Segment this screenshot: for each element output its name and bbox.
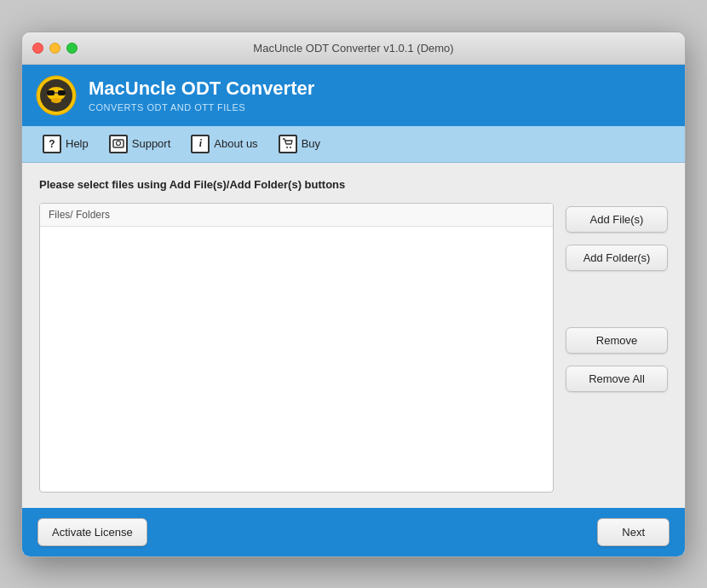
window-title: MacUncle ODT Converter v1.0.1 (Demo) [253, 42, 453, 55]
sidebar-buttons: Add File(s) Add Folder(s) Remove Remove … [566, 203, 668, 493]
about-label: About us [214, 137, 257, 150]
activate-license-button[interactable]: Activate License [37, 518, 147, 546]
traffic-lights [32, 43, 78, 54]
svg-point-6 [51, 98, 61, 103]
add-files-button[interactable]: Add File(s) [566, 206, 668, 233]
file-list-body[interactable] [40, 227, 553, 491]
app-header: MacUncle ODT Converter CONVERTS ODT AND … [22, 65, 685, 126]
svg-point-10 [290, 147, 291, 148]
help-label: Help [66, 137, 89, 150]
app-subtitle: CONVERTS ODT AND OTT FILES [89, 102, 314, 112]
file-list-container: Files/ Folders [39, 203, 554, 493]
svg-point-9 [286, 147, 288, 148]
about-button[interactable]: i About us [182, 131, 266, 157]
toolbar: ? Help Support i About us [22, 126, 685, 163]
app-logo-icon [36, 75, 77, 116]
app-header-text: MacUncle ODT Converter CONVERTS ODT AND … [89, 78, 314, 112]
app-title: MacUncle ODT Converter [89, 78, 314, 100]
svg-rect-4 [58, 90, 66, 95]
main-area: Files/ Folders Add File(s) Add Folder(s)… [39, 203, 668, 493]
support-icon [109, 135, 128, 153]
footer: Activate License Next [22, 508, 685, 556]
svg-rect-3 [47, 90, 55, 95]
minimize-button[interactable] [49, 43, 60, 54]
content-area: Please select files using Add File(s)/Ad… [22, 163, 685, 508]
buy-icon [279, 135, 297, 153]
help-button[interactable]: ? Help [34, 131, 97, 157]
instruction-text: Please select files using Add File(s)/Ad… [39, 178, 668, 191]
close-button[interactable] [32, 43, 43, 54]
buy-label: Buy [302, 137, 320, 150]
file-list-header: Files/ Folders [40, 204, 553, 227]
title-bar: MacUncle ODT Converter v1.0.1 (Demo) [22, 32, 685, 65]
app-window: MacUncle ODT Converter v1.0.1 (Demo) Mac… [21, 32, 686, 557]
buy-button[interactable]: Buy [270, 131, 329, 157]
maximize-button[interactable] [66, 43, 78, 54]
support-label: Support [132, 137, 171, 150]
add-folder-button[interactable]: Add Folder(s) [566, 245, 668, 271]
next-button[interactable]: Next [597, 518, 670, 546]
help-icon: ? [43, 135, 61, 153]
remove-button[interactable]: Remove [566, 327, 668, 354]
remove-all-button[interactable]: Remove All [566, 366, 668, 392]
support-button[interactable]: Support [101, 131, 180, 157]
about-icon: i [191, 135, 210, 153]
